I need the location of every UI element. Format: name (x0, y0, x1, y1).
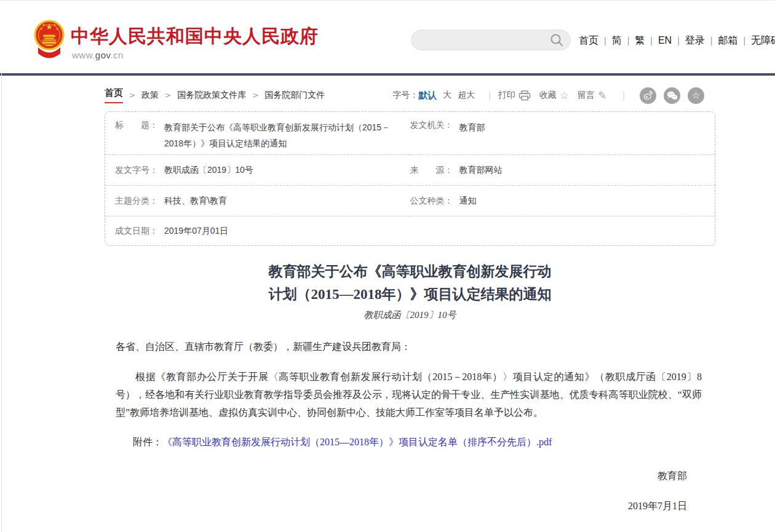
weibo-icon (643, 90, 653, 100)
wechat-icon (667, 91, 678, 100)
share-more-button[interactable]: ☆ (688, 87, 704, 104)
share-weibo-button[interactable] (640, 87, 656, 104)
breadcrumb-policy[interactable]: 政策 (141, 90, 159, 101)
chevron-right-icon: > (129, 91, 135, 100)
breadcrumb-toolbar-row: 首页 > 政策 > 国务院政策文件库 > 国务院部门文件 字号： 默认 大 超大… (105, 85, 715, 105)
search-box (411, 30, 571, 50)
nav-separator: | (604, 36, 606, 46)
url-www: www. (72, 50, 95, 60)
signature-block: 教育部 2019年7月1日 (116, 470, 702, 513)
meta-row-title: 标 题： 教育部关于公布《高等职业教育创新发展行动计划（2015－2018年）》… (105, 112, 410, 155)
meta-label-issuing-agency: 发文机关： (410, 120, 453, 131)
pencil-icon: ✎ (598, 89, 606, 102)
meta-value-doc-type: 通知 (459, 193, 495, 209)
meta-value-doc-number: 教职成函〔2019〕10号 (164, 162, 272, 178)
document-title-line2: 计划（2015—2018年）》项目认定结果的通知 (105, 284, 715, 306)
url-cn: .cn (110, 50, 124, 60)
signer: 教育部 (116, 470, 687, 483)
nav-home[interactable]: 首页 (579, 35, 598, 46)
nav-login[interactable]: 登录 (685, 35, 705, 46)
font-size-xlarge-button[interactable]: 超大 (458, 90, 475, 101)
nav-separator: | (650, 36, 653, 46)
meta-value-title: 教育部关于公布《高等职业教育创新发展行动计划（2015－2018年）》项目认定结… (164, 120, 410, 152)
favorite-label: 收藏 (539, 90, 557, 101)
meta-label-title: 标 题： (115, 120, 158, 131)
meta-label-source: 来 源： (410, 165, 453, 176)
meta-label-doc-number: 发文字号： (115, 165, 158, 176)
meta-label-date: 成文日期： (115, 226, 158, 237)
meta-row-empty (410, 216, 715, 245)
nav-separator: | (710, 36, 713, 46)
attachment-pdf-link[interactable]: 《高等职业教育创新发展行动计划（2015—2018年）》项目认定名单（排序不分先… (162, 437, 552, 447)
comment-button[interactable]: 留言 ✎ (578, 89, 606, 102)
chevron-right-icon: > (252, 91, 258, 100)
site-header: 中华人民共和国中央人民政府 www.gov.cn 首页|简|繁|EN|登录|邮箱… (0, 1, 775, 73)
print-label: 打印 (498, 90, 515, 101)
page-content: 首页 > 政策 > 国务院政策文件库 > 国务院部门文件 字号： 默认 大 超大… (105, 85, 715, 513)
breadcrumb-home[interactable]: 首页 (105, 87, 123, 103)
document-number: 教职成函〔2019〕10号 (105, 309, 715, 321)
salutation-paragraph: 各省、自治区、直辖市教育厅（教委），新疆生产建设兵团教育局： (116, 338, 702, 355)
nav-separator: | (743, 36, 745, 46)
meta-row-date: 成文日期： 2019年07月01日 (105, 216, 410, 245)
signature-date: 2019年7月1日 (116, 500, 687, 513)
document-meta-table: 标 题： 教育部关于公布《高等职业教育创新发展行动计划（2015－2018年）》… (105, 111, 715, 246)
meta-row-topic-category: 主题分类： 科技、教育\教育 (105, 186, 410, 216)
search-input[interactable] (421, 30, 547, 50)
printer-icon (519, 90, 531, 101)
breadcrumb-policy-library[interactable]: 国务院政策文件库 (177, 90, 246, 101)
share-star-icon: ☆ (692, 90, 700, 101)
main-paragraph: 根据《教育部办公厅关于开展〈高等职业教育创新发展行动计划（2015－2018年）… (116, 368, 702, 421)
chevron-right-icon: > (165, 91, 171, 100)
toolbar-divider: | (488, 90, 491, 100)
url-gov: gov (95, 50, 111, 60)
meta-row-doc-number: 发文字号： 教职成函〔2019〕10号 (105, 155, 410, 186)
nav-accessibility[interactable]: 无障碍 (751, 35, 775, 46)
search-icon[interactable] (549, 33, 564, 48)
star-icon: ☆ (560, 89, 569, 102)
meta-label-doc-type: 公文种类： (410, 196, 453, 207)
share-wechat-button[interactable] (664, 87, 680, 104)
site-url: www.gov.cn (72, 50, 124, 60)
site-title: 中华人民共和国中央人民政府 (71, 24, 319, 49)
meta-label-topic-category: 主题分类： (115, 196, 158, 207)
document-title-line1: 教育部关于公布《高等职业教育创新发展行动 (105, 261, 715, 284)
nav-simplified[interactable]: 简 (612, 35, 622, 46)
attachment-label: 附件： (133, 437, 162, 447)
meta-value-issuing-agency: 教育部 (459, 120, 504, 136)
top-nav: 首页|简|繁|EN|登录|邮箱|无障碍 (579, 34, 775, 47)
nav-english[interactable]: EN (658, 35, 672, 46)
meta-value-date: 2019年07月01日 (164, 223, 247, 239)
toolbar-divider: | (622, 90, 625, 100)
document-body: 各省、自治区、直辖市教育厅（教委），新疆生产建设兵团教育局： 根据《教育部办公厅… (105, 338, 715, 513)
national-emblem-icon (34, 19, 65, 63)
nav-mail[interactable]: 邮箱 (718, 35, 737, 46)
nav-separator: | (627, 36, 630, 46)
attachment-line: 附件：《高等职业教育创新发展行动计划（2015—2018年）》项目认定名单（排序… (133, 436, 702, 449)
meta-value-source: 教育部网站 (459, 162, 521, 178)
font-size-label: 字号： (392, 90, 418, 101)
nav-separator: | (677, 36, 680, 46)
meta-value-topic-category: 科技、教育\教育 (164, 193, 245, 209)
page-left-edge (1, 1, 2, 532)
article-toolbar: 字号： 默认 大 超大 | 打印 收藏 ☆ 留言 ✎ | (392, 87, 715, 104)
nav-traditional[interactable]: 繁 (635, 35, 645, 46)
comment-label: 留言 (578, 90, 595, 101)
breadcrumb: 首页 > 政策 > 国务院政策文件库 > 国务院部门文件 (105, 87, 325, 103)
header-divider-bar (0, 73, 775, 76)
font-size-default-button[interactable]: 默认 (418, 90, 437, 101)
font-size-large-button[interactable]: 大 (443, 90, 451, 101)
meta-row-source: 来 源： 教育部网站 (410, 155, 715, 186)
document-title: 教育部关于公布《高等职业教育创新发展行动 计划（2015—2018年）》项目认定… (105, 261, 715, 306)
meta-row-doc-type: 公文种类： 通知 (410, 186, 715, 216)
breadcrumb-dept-documents[interactable]: 国务院部门文件 (264, 90, 325, 101)
print-button[interactable]: 打印 (498, 90, 531, 101)
favorite-button[interactable]: 收藏 ☆ (539, 89, 569, 102)
meta-row-issuing-agency: 发文机关： 教育部 (410, 112, 715, 155)
